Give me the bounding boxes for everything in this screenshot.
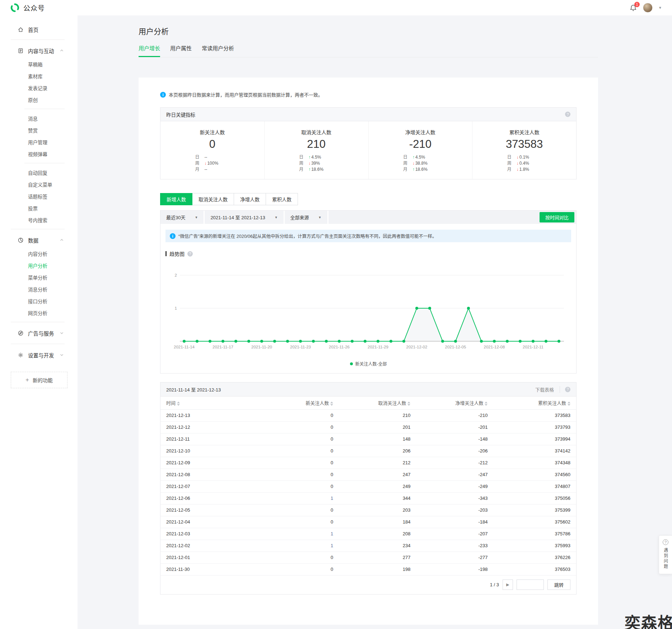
chevron-up-icon[interactable]: [60, 238, 64, 242]
tab-用户增长[interactable]: 用户增长: [139, 44, 160, 57]
data-point[interactable]: [338, 340, 341, 343]
sidebar-item-原创[interactable]: 原创: [0, 94, 78, 105]
data-point[interactable]: [286, 340, 289, 343]
data-point[interactable]: [532, 340, 535, 343]
chevron-up-icon[interactable]: [60, 48, 64, 53]
chevron-down-icon[interactable]: [60, 331, 64, 335]
sidebar-item-消息[interactable]: 消息: [0, 112, 78, 124]
app-logo[interactable]: 公众号: [10, 3, 45, 13]
sidebar-item-广告与服务[interactable]: 广告与服务: [0, 325, 78, 341]
data-point[interactable]: [196, 340, 199, 343]
sidebar-item-草稿箱[interactable]: 草稿箱: [0, 58, 78, 70]
column-header-累积关注人数[interactable]: 累积关注人数: [489, 396, 576, 409]
source-select[interactable]: 全部来源▼: [285, 211, 328, 224]
sidebar-item-素材库[interactable]: 素材库: [0, 70, 78, 82]
column-header-时间[interactable]: 时间: [160, 396, 268, 409]
sidebar-item-话题标签[interactable]: 话题标签: [0, 190, 78, 202]
chevron-down-icon[interactable]: [60, 353, 64, 357]
data-point[interactable]: [377, 340, 379, 343]
data-point[interactable]: [234, 340, 237, 343]
data-point[interactable]: [519, 340, 522, 343]
data-point[interactable]: [557, 340, 560, 343]
chart-tab-净增人数[interactable]: 净增人数: [234, 193, 266, 205]
data-point[interactable]: [209, 340, 211, 343]
page-jump-input[interactable]: [517, 579, 544, 590]
sidebar-item-内容分析[interactable]: 内容分析: [0, 248, 78, 259]
sidebar-item-菜单分析[interactable]: 菜单分析: [0, 271, 78, 283]
data-point[interactable]: [389, 340, 392, 343]
sort-icon[interactable]: [407, 402, 410, 406]
data-point[interactable]: [454, 340, 457, 343]
sidebar-item-自动回复[interactable]: 自动回复: [0, 166, 78, 178]
data-point[interactable]: [183, 340, 186, 343]
account-chevron-down-icon[interactable]: ▼: [658, 6, 662, 10]
data-point[interactable]: [364, 340, 367, 343]
notification-bell-icon[interactable]: 1: [629, 4, 637, 12]
cell-date: 2021-12-10: [160, 445, 268, 457]
data-point[interactable]: [325, 340, 328, 343]
sort-icon[interactable]: [330, 402, 333, 406]
tab-用户属性[interactable]: 用户属性: [170, 44, 192, 57]
sort-icon[interactable]: [568, 402, 570, 406]
sort-icon[interactable]: [177, 402, 180, 406]
data-point[interactable]: [221, 340, 224, 343]
sidebar-item-接口分析[interactable]: 接口分析: [0, 295, 78, 307]
sidebar-item-网页分析[interactable]: 网页分析: [0, 307, 78, 319]
sidebar-item-自定义菜单[interactable]: 自定义菜单: [0, 178, 78, 190]
data-point[interactable]: [545, 340, 547, 343]
data-point[interactable]: [480, 340, 483, 343]
tab-常读用户分析[interactable]: 常读用户分析: [202, 44, 234, 57]
column-header-新关注人数[interactable]: 新关注人数: [268, 396, 335, 409]
sidebar-item-发表记录[interactable]: 发表记录: [0, 82, 78, 94]
data-point[interactable]: [493, 340, 496, 343]
compare-by-time-button[interactable]: 按时间对比: [540, 212, 574, 222]
next-page-button[interactable]: ▶: [503, 579, 513, 590]
chart-help-icon[interactable]: ?: [187, 251, 193, 257]
data-point[interactable]: [247, 340, 250, 343]
cell-text[interactable]: 1: [331, 543, 333, 548]
sidebar-item-内容与互动[interactable]: 内容与互动: [0, 43, 78, 58]
table-help-icon[interactable]: ?: [565, 387, 570, 392]
data-point[interactable]: [299, 340, 302, 343]
download-table-button[interactable]: 下载表格: [535, 386, 560, 393]
chart-tab-累积人数[interactable]: 累积人数: [266, 193, 298, 205]
page-jump-button[interactable]: 跳转: [547, 579, 570, 590]
data-point[interactable]: [441, 340, 444, 343]
sidebar-new-feature-button[interactable]: +新的功能: [11, 372, 67, 388]
sidebar-item-投票[interactable]: 投票: [0, 202, 78, 214]
metrics-help-icon[interactable]: ?: [565, 112, 570, 117]
sidebar-item-首页[interactable]: 首页: [0, 23, 78, 36]
data-point[interactable]: [506, 340, 509, 343]
data-point[interactable]: [312, 340, 315, 343]
feedback-help-button[interactable]: ? 遇到问题: [659, 535, 672, 574]
cell-text[interactable]: 1: [331, 531, 333, 536]
trend-period-label: 周: [403, 160, 412, 166]
date-range-select[interactable]: 2021-11-14 至 2021-12-13▼: [205, 211, 284, 224]
cell-value[interactable]: 1: [268, 492, 335, 504]
data-point[interactable]: [428, 307, 431, 310]
avatar[interactable]: [643, 3, 653, 13]
column-header-净增关注人数[interactable]: 净增关注人数: [412, 396, 489, 409]
sort-icon[interactable]: [485, 402, 487, 406]
chart-tab-新增人数[interactable]: 新增人数: [160, 193, 192, 205]
cell-value[interactable]: 1: [268, 540, 335, 551]
column-header-取消关注人数[interactable]: 取消关注人数: [335, 396, 412, 409]
chart-tab-取消关注人数[interactable]: 取消关注人数: [192, 193, 234, 205]
sidebar-item-用户分析[interactable]: 用户分析: [0, 259, 78, 271]
data-point[interactable]: [351, 340, 354, 343]
data-point[interactable]: [415, 307, 418, 310]
sidebar-item-用户管理[interactable]: 用户管理: [0, 136, 78, 148]
sidebar-item-视频弹幕[interactable]: 视频弹幕: [0, 148, 78, 160]
cell-value[interactable]: 1: [268, 528, 335, 540]
data-point[interactable]: [273, 340, 276, 343]
time-range-select[interactable]: 最近30天▼: [160, 211, 205, 224]
sidebar-item-赞赏[interactable]: 赞赏: [0, 124, 78, 136]
data-point[interactable]: [402, 340, 405, 343]
data-point[interactable]: [260, 340, 263, 343]
data-point[interactable]: [467, 307, 470, 310]
sidebar-item-设置与开发[interactable]: 设置与开发: [0, 347, 78, 362]
sidebar-item-数据[interactable]: 数据: [0, 233, 78, 248]
sidebar-item-号内搜索[interactable]: 号内搜索: [0, 214, 78, 226]
sidebar-item-消息分析[interactable]: 消息分析: [0, 283, 78, 295]
cell-text[interactable]: 1: [331, 496, 333, 501]
